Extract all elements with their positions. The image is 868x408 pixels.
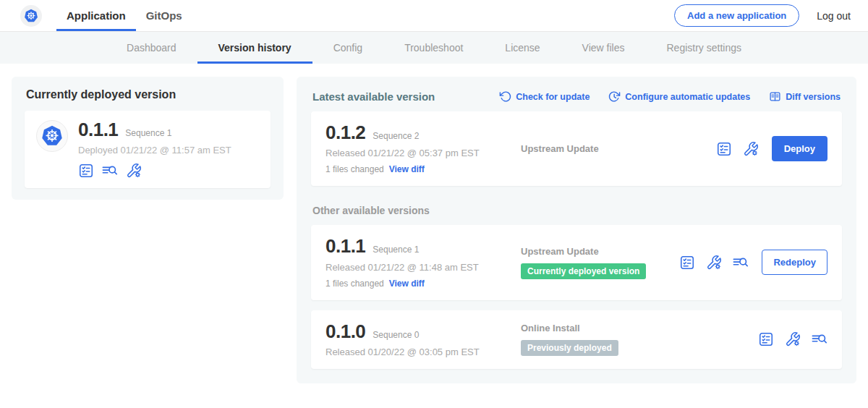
version-source-label: Upstream Update (521, 246, 679, 257)
top-nav: Application GitOps Add a new application… (0, 0, 868, 32)
other-versions-title: Other available versions (312, 205, 841, 216)
configure-automatic-updates-label: Configure automatic updates (625, 92, 750, 102)
deployed-version-card: 0.1.1 Sequence 1 Deployed 01/21/22 @ 11:… (25, 111, 271, 188)
tab-application[interactable]: Application (56, 0, 136, 31)
tab-registry-settings[interactable]: Registry settings (646, 32, 762, 64)
tab-troubleshoot[interactable]: Troubleshoot (383, 32, 484, 64)
available-versions-panel: Latest available version Check for updat… (297, 77, 856, 383)
config-wrench-icon[interactable] (126, 163, 142, 179)
deployed-version-number: 0.1.1 (78, 120, 118, 140)
released-timestamp: Released 01/20/22 @ 03:05 pm EST (326, 347, 508, 357)
tab-dashboard[interactable]: Dashboard (106, 32, 197, 64)
app-sub-nav: Dashboard Version history Config Trouble… (0, 32, 868, 64)
deployed-timestamp: Deployed 01/21/22 @ 11:57 am EST (78, 145, 231, 156)
main-content: Currently deployed version 0.1.1 Sequenc… (0, 64, 868, 383)
version-source-label: Upstream Update (521, 143, 716, 154)
diff-versions-label: Diff versions (786, 92, 841, 102)
topnav-right: Add a new application Log out (674, 0, 851, 31)
view-diff-link[interactable]: View diff (389, 279, 425, 289)
diff-icon (769, 90, 781, 103)
brand (20, 0, 42, 31)
currently-deployed-badge: Currently deployed version (521, 263, 646, 279)
version-card-0-1-2: 0.1.2 Sequence 2 Released 01/21/22 @ 05:… (311, 111, 842, 186)
files-changed-label: 1 files changed (326, 164, 384, 174)
released-timestamp: Released 01/21/22 @ 05:37 pm EST (326, 148, 508, 158)
sequence-label: Sequence 2 (373, 131, 419, 141)
sequence-label: Sequence 1 (373, 245, 419, 255)
tab-gitops[interactable]: GitOps (136, 0, 192, 31)
tab-license[interactable]: License (484, 32, 561, 64)
tab-config[interactable]: Config (312, 32, 383, 64)
kubernetes-logo-icon (20, 5, 42, 27)
deploy-logs-icon[interactable] (812, 331, 827, 347)
diff-versions-link[interactable]: Diff versions (769, 90, 841, 103)
version-number: 0.1.1 (326, 237, 365, 256)
deploy-logs-icon[interactable] (733, 255, 749, 271)
tab-version-history[interactable]: Version history (197, 32, 312, 64)
preflight-checklist-icon[interactable] (758, 331, 774, 347)
deployed-panel-title: Currently deployed version (25, 87, 271, 101)
deploy-button[interactable]: Deploy (772, 136, 827, 161)
redeploy-button[interactable]: Redeploy (762, 250, 827, 275)
app-kubernetes-logo-icon (36, 120, 68, 152)
released-timestamp: Released 01/21/22 @ 11:48 am EST (326, 262, 508, 273)
check-for-update-label: Check for update (516, 92, 590, 102)
configure-automatic-updates-link[interactable]: Configure automatic updates (608, 90, 750, 103)
scheduled-refresh-icon (608, 90, 621, 103)
logout-button[interactable]: Log out (817, 10, 851, 22)
version-number: 0.1.2 (326, 123, 365, 143)
sequence-label: Sequence 0 (373, 330, 419, 340)
deployed-sequence-label: Sequence 1 (125, 128, 171, 138)
add-application-button[interactable]: Add a new application (674, 4, 799, 27)
config-wrench-icon[interactable] (785, 331, 801, 347)
preflight-checklist-icon[interactable] (78, 163, 94, 179)
view-diff-link[interactable]: View diff (389, 164, 425, 174)
refresh-icon (499, 90, 511, 103)
config-wrench-icon[interactable] (706, 255, 722, 271)
topnav-tabs: Application GitOps (56, 0, 192, 31)
panel-actions: Check for update Configure automatic upd… (499, 90, 841, 103)
version-number: 0.1.0 (326, 322, 365, 341)
latest-available-title: Latest available version (312, 90, 435, 103)
preflight-checklist-icon[interactable] (679, 255, 695, 271)
deploy-logs-icon[interactable] (102, 163, 118, 179)
tab-view-files[interactable]: View files (561, 32, 646, 64)
files-changed-label: 1 files changed (326, 279, 384, 289)
version-card-0-1-1: 0.1.1 Sequence 1 Released 01/21/22 @ 11:… (311, 225, 842, 299)
config-wrench-icon[interactable] (743, 141, 759, 157)
currently-deployed-panel: Currently deployed version 0.1.1 Sequenc… (12, 77, 284, 200)
version-card-0-1-0: 0.1.0 Sequence 0 Released 01/20/22 @ 03:… (311, 310, 842, 369)
preflight-checklist-icon[interactable] (716, 141, 732, 157)
previously-deployed-badge: Previously deployed (521, 340, 618, 356)
version-source-label: Online Install (521, 323, 758, 333)
check-for-update-link[interactable]: Check for update (499, 90, 590, 103)
